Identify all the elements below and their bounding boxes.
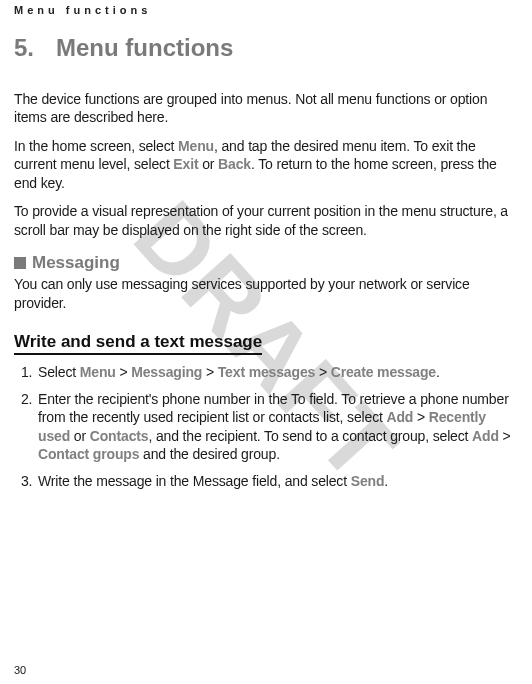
- steps-list: Select Menu > Messaging > Text messages …: [14, 363, 518, 490]
- chapter-number: 5.: [14, 34, 34, 62]
- section-title: Messaging: [32, 253, 120, 272]
- step-2: Enter the recipient's phone number in th…: [36, 390, 518, 464]
- intro-paragraph-1: The device functions are grouped into me…: [14, 90, 518, 127]
- text-run: and the desired group.: [139, 446, 280, 462]
- text-messages-term: Text messages: [218, 364, 315, 380]
- section-heading: Messaging: [14, 253, 518, 273]
- text-run: or: [198, 156, 218, 172]
- text-run: In the home screen, select: [14, 138, 178, 154]
- text-run: Write the message in the Message field, …: [38, 473, 351, 489]
- separator: >: [315, 364, 331, 380]
- step-1: Select Menu > Messaging > Text messages …: [36, 363, 518, 381]
- menu-term: Menu: [178, 138, 214, 154]
- separator: >: [413, 409, 429, 425]
- text-run: .: [384, 473, 388, 489]
- add-term: Add: [386, 409, 413, 425]
- exit-term: Exit: [173, 156, 198, 172]
- intro-paragraph-3: To provide a visual representation of yo…: [14, 202, 518, 239]
- contacts-term: Contacts: [90, 428, 149, 444]
- subsection-heading: Write and send a text message: [14, 332, 262, 355]
- bullet-square-icon: [14, 257, 26, 269]
- contact-groups-term: Contact groups: [38, 446, 139, 462]
- messaging-term: Messaging: [131, 364, 202, 380]
- create-message-term: Create message: [331, 364, 436, 380]
- separator: >: [499, 428, 511, 444]
- chapter-name: Menu functions: [56, 34, 233, 61]
- add-term: Add: [472, 428, 499, 444]
- separator: >: [116, 364, 132, 380]
- send-term: Send: [351, 473, 385, 489]
- running-head: Menu functions: [14, 4, 518, 16]
- text-run: , and the recipient. To send to a contac…: [148, 428, 472, 444]
- section-paragraph: You can only use messaging services supp…: [14, 275, 518, 312]
- chapter-title: 5.Menu functions: [14, 34, 518, 62]
- menu-term: Menu: [80, 364, 116, 380]
- separator: >: [202, 364, 218, 380]
- page-number: 30: [14, 664, 26, 676]
- text-run: or: [70, 428, 90, 444]
- back-term: Back: [218, 156, 251, 172]
- step-3: Write the message in the Message field, …: [36, 472, 518, 490]
- text-run: Select: [38, 364, 80, 380]
- intro-paragraph-2: In the home screen, select Menu, and tap…: [14, 137, 518, 192]
- text-run: .: [436, 364, 440, 380]
